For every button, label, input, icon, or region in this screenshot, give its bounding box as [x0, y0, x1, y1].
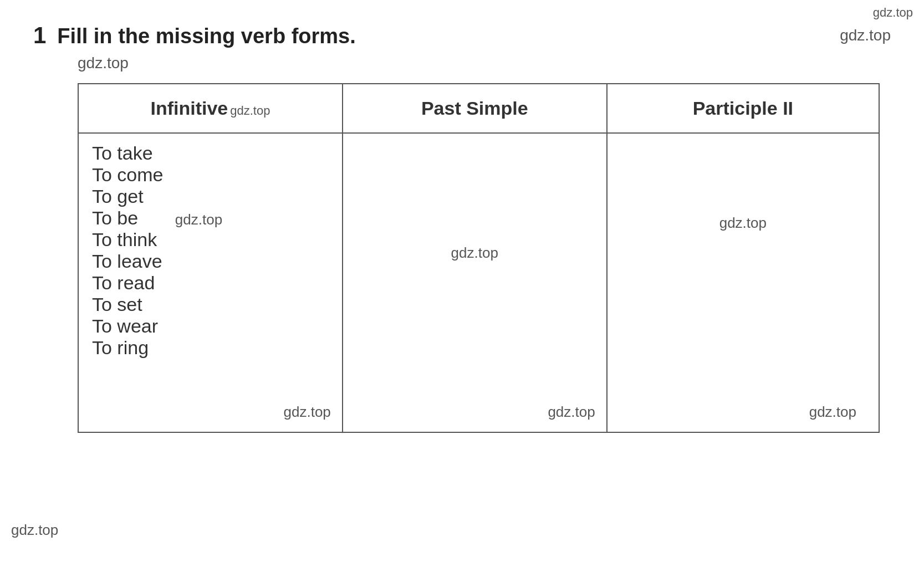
col-header-infinitive: Infinitivegdz.top — [78, 84, 343, 133]
verb-table: Infinitivegdz.top Past Simple gdz.top Pa… — [78, 83, 880, 433]
past-simple-watermark-bottom: gdz.top — [548, 404, 595, 421]
verb-to-get: To get — [92, 186, 329, 207]
exercise-number: 1 — [33, 22, 46, 49]
infinitive-cell: To take To come To get To be gdz.top To … — [78, 133, 343, 432]
verb-to-leave: To leave — [92, 251, 329, 272]
participle-watermark-top: gdz.top — [719, 214, 767, 232]
verb-to-think: To think — [92, 229, 329, 251]
watermark-top-left: gdz.top — [78, 54, 129, 72]
col-header-participle: Participle II — [607, 84, 879, 133]
watermark-bottom-left: gdz.top — [11, 522, 58, 539]
past-simple-cell: gdz.top gdz.top — [343, 133, 607, 432]
verb-to-be: To be gdz.top — [92, 207, 329, 229]
past-simple-header-watermark: gdz.top — [873, 6, 913, 20]
watermark-top-right: gdz.top — [840, 27, 891, 44]
col-header-past-simple: Past Simple gdz.top — [343, 84, 607, 133]
infinitive-watermark-bottom: gdz.top — [284, 404, 331, 421]
verb-to-read: To read — [92, 272, 329, 294]
verb-to-wear: To wear — [92, 315, 329, 337]
table-container: Infinitivegdz.top Past Simple gdz.top Pa… — [78, 83, 880, 433]
past-simple-watermark-mid: gdz.top — [451, 244, 498, 262]
verb-to-come: To come — [92, 164, 329, 186]
table-row-body: To take To come To get To be gdz.top To … — [78, 133, 879, 432]
participle-watermark-bottom: gdz.top — [809, 404, 856, 421]
header-watermark: gdz.top — [230, 104, 270, 118]
exercise-instruction: Fill in the missing verb forms. — [57, 24, 355, 48]
infinitive-content: To take To come To get To be gdz.top To … — [92, 142, 329, 359]
table-header-row: Infinitivegdz.top Past Simple gdz.top Pa… — [78, 84, 879, 133]
participle-cell: gdz.top gdz.top — [607, 133, 879, 432]
verb-to-set: To set — [92, 294, 329, 315]
exercise-title: 1 Fill in the missing verb forms. — [33, 22, 356, 49]
verb-to-take: To take — [92, 142, 329, 164]
infinitive-watermark-mid: gdz.top — [175, 211, 222, 228]
page-header: 1 Fill in the missing verb forms. gdz.to… — [33, 22, 891, 49]
verb-to-ring: To ring — [92, 337, 329, 359]
